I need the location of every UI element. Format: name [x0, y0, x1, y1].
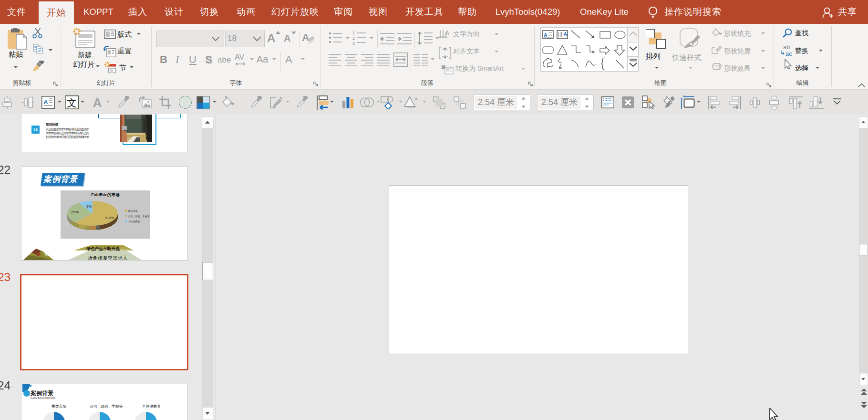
- svg-text:文: 文: [67, 97, 77, 108]
- svg-text:A: A: [445, 30, 450, 37]
- svg-text:6.2%: 6.2%: [105, 216, 114, 220]
- svg-text:A: A: [544, 32, 548, 38]
- svg-text:9%: 9%: [86, 204, 92, 209]
- svg-text:1: 1: [352, 31, 355, 35]
- svg-text:ac: ac: [785, 50, 792, 56]
- svg-text:29%: 29%: [71, 210, 79, 214]
- svg-text:3: 3: [352, 41, 355, 46]
- svg-text:A: A: [564, 31, 568, 37]
- svg-text:A: A: [43, 98, 48, 105]
- svg-text:2: 2: [352, 36, 355, 41]
